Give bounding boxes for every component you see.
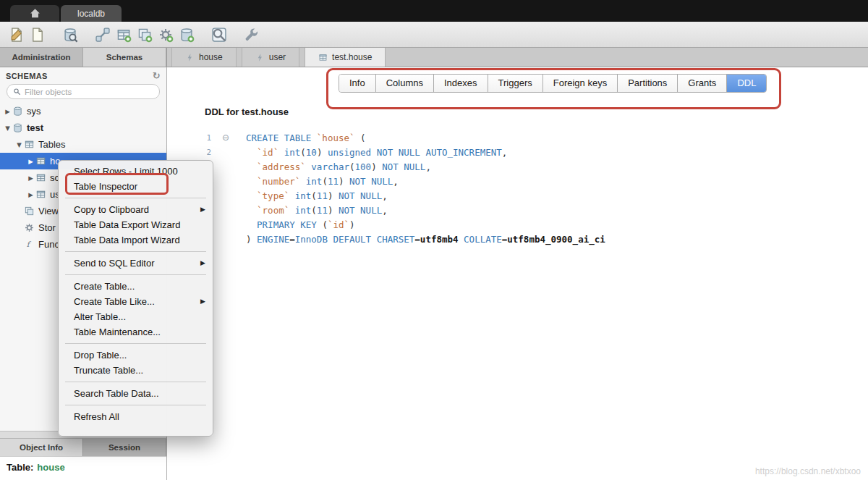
tab-partitions[interactable]: Partitions	[618, 75, 678, 92]
sidebar-tab-administration[interactable]: Administration	[0, 48, 83, 67]
open-sql-file-button[interactable]	[27, 25, 48, 45]
code-segment: varchar	[311, 161, 349, 172]
tab-foreign-keys[interactable]: Foreign keys	[543, 75, 618, 92]
code-segment: unsigned NOT NULL AUTO_INCREMENT	[328, 147, 502, 158]
connection-tab[interactable]: localdb	[61, 5, 122, 22]
new-schema-icon	[179, 27, 195, 43]
tab-grants[interactable]: Grants	[678, 75, 727, 92]
menu-item-search-table-data[interactable]: Search Table Data...	[59, 386, 213, 401]
menu-item-copy-to-clipboard[interactable]: Copy to Clipboard▶	[59, 202, 213, 217]
fold-collapse-icon[interactable]: ⊖	[218, 132, 233, 143]
tab-triggers[interactable]: Triggers	[488, 75, 543, 92]
new-connection-button[interactable]	[92, 25, 113, 45]
tab-columns[interactable]: Columns	[376, 75, 434, 92]
new-sql-editor-button[interactable]	[6, 25, 27, 45]
menu-item-truncate-table[interactable]: Truncate Table...	[59, 363, 213, 378]
tab-ddl[interactable]: DDL	[727, 75, 766, 92]
code-segment	[278, 147, 284, 158]
submenu-arrow-icon: ▶	[200, 256, 205, 271]
code-segment: 100	[355, 161, 372, 172]
menu-item-refresh-all[interactable]: Refresh All	[59, 409, 213, 424]
new-schema-button[interactable]	[176, 25, 197, 45]
code-segment	[246, 219, 257, 230]
menu-item-create-table[interactable]: Create Table...	[59, 279, 213, 294]
menu-item-table-data-export-wizard[interactable]: Table Data Export Wizard	[59, 217, 213, 232]
tree-item-label: Tables	[38, 139, 66, 150]
menu-separator	[65, 251, 206, 252]
editor-tab-user[interactable]: user	[242, 48, 299, 67]
code-segment: int	[295, 205, 312, 216]
chevron-right-icon[interactable]: ▶	[26, 158, 35, 165]
code-segment	[246, 190, 257, 201]
menu-item-table-inspector[interactable]: Table Inspector	[59, 179, 213, 194]
code-segment	[246, 205, 257, 216]
menu-item-alter-table[interactable]: Alter Table...	[59, 309, 213, 324]
new-routine-button[interactable]	[155, 25, 176, 45]
watermark: https://blog.csdn.net/xbtxoo	[755, 466, 861, 476]
search-icon	[13, 88, 21, 96]
chevron-down-icon[interactable]: ▼	[14, 141, 24, 148]
code-text: `number` int(11) NOT NULL,	[233, 176, 399, 187]
menu-item-label: Copy to Clipboard	[74, 202, 149, 217]
bolt-icon	[185, 53, 195, 62]
svg-text:f: f	[27, 240, 32, 248]
code-segment: DEFAULT CHARSET	[333, 234, 414, 245]
bottom-tab-object-info[interactable]: Object Info	[0, 439, 83, 456]
editor-tab-label: test.house	[332, 52, 372, 62]
new-connection-icon	[95, 27, 111, 43]
editor-tab-test-house[interactable]: test.house	[305, 48, 386, 67]
bottom-tab-session[interactable]: Session	[83, 439, 166, 456]
menu-item-table-maintenance[interactable]: Table Maintenance...	[59, 324, 213, 340]
toolbar-group-5	[241, 25, 262, 45]
code-segment: `id`	[257, 147, 278, 158]
editor-tab-house[interactable]: house	[171, 48, 237, 67]
tab-indexes[interactable]: Indexes	[434, 75, 488, 92]
chevron-right-icon[interactable]: ▶	[3, 108, 12, 115]
chevron-down-icon[interactable]: ▼	[3, 125, 12, 132]
filter-placeholder: Filter objects	[25, 88, 72, 96]
menu-item-send-to-sql-editor[interactable]: Send to SQL Editor▶	[59, 256, 213, 271]
main-toolbar	[0, 22, 868, 48]
code-line-3: `address` varchar(100) NOT NULL,	[168, 159, 861, 174]
home-tab[interactable]	[10, 5, 59, 22]
filter-objects-input[interactable]: Filter objects	[7, 84, 160, 99]
search-objects-button[interactable]	[208, 25, 229, 45]
new-view-button[interactable]	[134, 25, 155, 45]
new-table-icon	[116, 27, 132, 43]
new-table-button[interactable]	[113, 25, 134, 45]
tab-info[interactable]: Info	[339, 75, 376, 92]
bolt-icon	[255, 53, 265, 62]
code-segment	[459, 234, 464, 245]
menu-item-label: Create Table...	[74, 279, 135, 294]
menu-item-label: Alter Table...	[74, 309, 126, 324]
code-segment	[300, 176, 306, 187]
chevron-right-icon[interactable]: ▶	[26, 174, 35, 182]
tree-item-label: View	[38, 206, 59, 216]
new-view-icon	[137, 27, 153, 43]
refresh-schemas-icon[interactable]: ↻	[153, 71, 161, 80]
menu-item-drop-table[interactable]: Drop Table...	[59, 348, 213, 363]
code-segment: int	[295, 190, 312, 201]
code-text: `type` int(11) NOT NULL,	[233, 190, 388, 201]
tree-item-sys[interactable]: ▶sys	[0, 103, 166, 119]
code-text: PRIMARY KEY (`id`)	[233, 219, 355, 230]
tree-item-tables[interactable]: ▼Tables	[0, 136, 166, 153]
search-objects-icon	[211, 27, 227, 43]
menu-item-select-rows-limit-1000[interactable]: Select Rows - Limit 1000	[59, 164, 213, 179]
code-segment: `type`	[257, 190, 289, 201]
new-routine-icon	[158, 27, 174, 43]
tools-button[interactable]	[241, 25, 262, 45]
table-inspector-button[interactable]	[59, 25, 80, 45]
object-name: house	[37, 462, 64, 473]
chevron-right-icon[interactable]: ▶	[26, 191, 35, 198]
menu-item-create-table-like[interactable]: Create Table Like...▶	[59, 294, 213, 309]
menu-separator	[65, 343, 206, 344]
ddl-header: DDL for test.house	[205, 106, 289, 117]
tree-item-test[interactable]: ▼test	[0, 119, 166, 136]
sidebar-tab-schemas[interactable]: Schemas	[83, 48, 166, 67]
menu-item-table-data-import-wizard[interactable]: Table Data Import Wizard	[59, 232, 213, 248]
code-segment: 11	[317, 190, 328, 201]
db-icon	[12, 122, 25, 133]
code-text: `id` int(10) unsigned NOT NULL AUTO_INCR…	[233, 147, 507, 158]
code-segment: 11	[317, 205, 328, 216]
